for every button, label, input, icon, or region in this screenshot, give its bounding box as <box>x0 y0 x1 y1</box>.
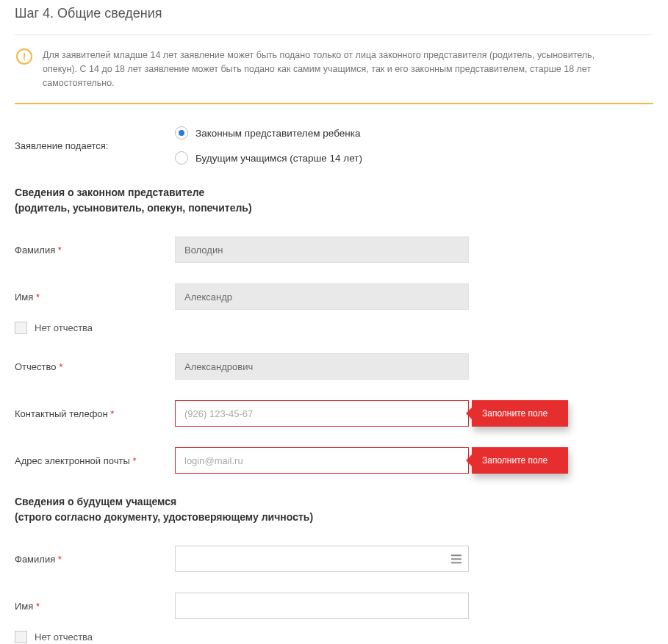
submitted-by-label: Заявление подается: <box>15 140 175 151</box>
rep-lastname-label: Фамилия * <box>15 245 175 256</box>
info-icon: ! <box>16 48 32 65</box>
radio-label: Будущим учащимся (старше 14 лет) <box>195 153 362 164</box>
radio-future-student[interactable]: Будущим учащимся (старше 14 лет) <box>175 151 362 164</box>
student-firstname-label: Имя * <box>15 601 175 612</box>
rep-phone-label: Контактный телефон * <box>15 408 175 419</box>
rep-phone-input[interactable] <box>175 400 469 427</box>
rep-no-patronymic-checkbox[interactable]: Нет отчества <box>15 322 653 334</box>
radio-label: Законным представителем ребенка <box>195 128 360 139</box>
rep-firstname-input[interactable] <box>175 283 469 310</box>
student-section-heading: Сведения о будущем учащемся (строго согл… <box>15 494 653 525</box>
radio-legal-representative[interactable]: Законным представителем ребенка <box>175 126 362 140</box>
checkbox-label: Нет отчества <box>35 322 93 333</box>
checkbox-icon <box>15 631 27 643</box>
notice-banner: ! Для заявителей младше 14 лет заявление… <box>15 35 653 104</box>
student-no-patronymic-checkbox[interactable]: Нет отчества <box>15 631 653 643</box>
student-firstname-input[interactable] <box>175 593 469 619</box>
rep-patronymic-label: Отчество * <box>15 361 175 372</box>
checkbox-icon <box>15 322 27 334</box>
error-message: Заполните поле <box>472 447 568 474</box>
student-lastname-input[interactable] <box>175 546 469 572</box>
radio-icon <box>175 151 188 164</box>
rep-email-input[interactable] <box>175 447 469 474</box>
checkbox-label: Нет отчества <box>35 632 93 643</box>
rep-firstname-label: Имя * <box>15 292 175 303</box>
rep-patronymic-input[interactable] <box>175 353 469 380</box>
radio-icon <box>175 126 188 140</box>
error-message: Заполните поле <box>472 400 568 427</box>
notice-text: Для заявителей младше 14 лет заявление м… <box>43 48 631 90</box>
rep-email-label: Адрес электронной почты * <box>15 455 175 466</box>
rep-lastname-input[interactable] <box>175 236 469 263</box>
student-lastname-label: Фамилия * <box>15 554 175 565</box>
representative-section-heading: Сведения о законном представителе (родит… <box>15 185 653 216</box>
step-title: Шаг 4. Общие сведения <box>15 6 653 35</box>
